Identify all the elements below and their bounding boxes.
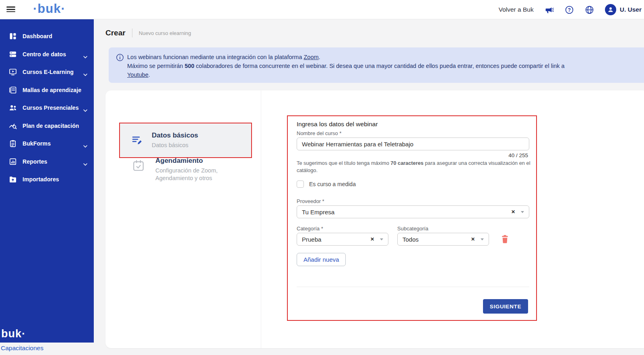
- chevron-down-icon: [83, 142, 87, 150]
- sidebar-item-centro-de-datos[interactable]: Centro de datos: [0, 45, 94, 64]
- bar-chart-icon: [9, 158, 17, 166]
- sidebar-item-cursos-elearning[interactable]: Cursos E-Learning: [0, 63, 94, 81]
- form-divider: [297, 287, 529, 287]
- main-card: Datos básicos Datos básicos Agendamiento…: [105, 90, 644, 348]
- sidebar-item-cursos-presenciales[interactable]: Cursos Presenciales: [0, 99, 94, 117]
- capacitaciones-link[interactable]: Capacitaciones: [1, 345, 43, 352]
- sidebar-item-label: Plan de capacitación: [23, 123, 79, 129]
- help-icon[interactable]: ?: [565, 5, 574, 14]
- custom-course-row: Es curso a medida: [297, 181, 356, 188]
- next-button[interactable]: SIGUIENTE: [483, 299, 528, 314]
- banner-line2: Máximo se permitirán: [127, 63, 185, 69]
- chevron-down-icon: [83, 160, 87, 168]
- trash-icon[interactable]: [500, 234, 510, 246]
- topbar-actions: Volver a Buk ? U. User: [499, 0, 642, 19]
- form-title: Ingresa los datos del webinar: [297, 121, 378, 128]
- sidebar-item-bukforms[interactable]: BukForms: [0, 135, 94, 153]
- banner-text: Los webinars funcionan mediante una inte…: [127, 53, 634, 78]
- avatar[interactable]: [605, 4, 616, 15]
- banner-line1: Los webinars funcionan mediante una inte…: [127, 54, 304, 60]
- chevron-down-icon: [83, 53, 87, 60]
- helper-text: Te sugerimos que el título tenga máximo …: [297, 160, 532, 174]
- es-curso-a-medida-checkbox[interactable]: [297, 181, 304, 188]
- sidebar-item-label: Dashboard: [23, 33, 52, 39]
- globe-icon[interactable]: [585, 5, 594, 14]
- step-title: Datos básicos: [152, 131, 198, 140]
- sidebar-item-importadores[interactable]: Importadores: [0, 170, 94, 189]
- step-title: Agendamiento: [155, 157, 240, 165]
- category-label: Categoría *: [297, 226, 323, 232]
- dashboard-icon: [9, 32, 17, 40]
- breadcrumb-divider: [132, 29, 132, 37]
- megaphone-icon[interactable]: [545, 5, 554, 14]
- sidebar-item-label: Cursos Presenciales: [23, 105, 79, 111]
- learning-path-book-icon: [9, 86, 17, 94]
- course-name-label: Nombre del curso *: [297, 130, 341, 136]
- breadcrumb: Crear Nuevo curso elearning: [105, 29, 191, 37]
- clear-x-icon[interactable]: ✕: [471, 236, 475, 242]
- webinar-form: Ingresa los datos del webinar Nombre del…: [287, 115, 537, 321]
- step-datos-basicos[interactable]: Datos básicos Datos básicos: [119, 123, 252, 158]
- data-center-icon: [9, 50, 17, 58]
- breadcrumb-subtitle: Nuevo curso elearning: [139, 30, 191, 36]
- calendar-check-icon: [132, 159, 145, 182]
- step-agendamiento[interactable]: Agendamiento Configuración de Zoom, Agen…: [130, 157, 251, 182]
- clipboard-icon: [9, 140, 17, 148]
- provider-select[interactable]: Tu Empresa ✕: [297, 205, 529, 218]
- buk-logo: ·buk·: [33, 2, 66, 16]
- clear-x-icon[interactable]: ✕: [511, 209, 515, 215]
- subcategory-select[interactable]: Todos ✕: [397, 233, 489, 246]
- sidebar-item-dashboard[interactable]: Dashboard: [0, 27, 94, 45]
- provider-label: Proveedor *: [297, 198, 324, 204]
- sidebar-item-label: Centro de datos: [23, 51, 66, 57]
- topbar: ·buk· Volver a Buk ? U. User: [0, 0, 644, 19]
- step-subtitle: Configuración de Zoom, Agendamiento y ot…: [155, 167, 240, 182]
- sidebar-item-label: Mallas de aprendizaje: [23, 87, 81, 93]
- sidebar-item-label: Cursos E-Learning: [23, 69, 74, 75]
- people-icon: [9, 104, 17, 112]
- checkbox-label: Es curso a medida: [309, 181, 356, 187]
- chevron-down-icon: [83, 71, 87, 78]
- volver-a-buk-link[interactable]: Volver a Buk: [499, 6, 534, 13]
- info-banner: Los webinars funcionan mediante una inte…: [109, 47, 644, 83]
- step-subtitle: Datos básicos: [152, 142, 198, 149]
- add-new-button[interactable]: Añadir nueva: [297, 253, 346, 266]
- card-divider: [261, 90, 261, 348]
- elearning-monitor-icon: [9, 68, 17, 76]
- char-counter: 40 / 255: [508, 152, 528, 158]
- sidebar-item-label: BukForms: [23, 140, 51, 147]
- chevron-down-icon: [83, 107, 87, 114]
- category-select[interactable]: Prueba ✕: [297, 233, 388, 246]
- sidebar-item-reportes[interactable]: Reportes: [0, 153, 94, 171]
- subcategory-label: Subcategoría: [397, 226, 428, 232]
- sidebar-item-label: Importadores: [23, 176, 59, 183]
- edit-lines-pencil-icon: [131, 133, 143, 147]
- sidebar-item-label: Reportes: [23, 158, 47, 165]
- svg-text:?: ?: [568, 7, 571, 12]
- menu-icon[interactable]: [6, 5, 15, 14]
- page: ·buk· Volver a Buk ? U. User Dashboard: [0, 0, 644, 355]
- course-name-input[interactable]: [297, 137, 529, 150]
- sidebar-item-mallas-de-aprendizaje[interactable]: Mallas de aprendizaje: [0, 81, 94, 99]
- caret-down-icon: [481, 238, 484, 240]
- page-title: Crear: [105, 29, 126, 37]
- info-icon: [116, 53, 124, 78]
- sidebar-item-plan-de-capacitacion[interactable]: Plan de capacitación: [0, 117, 94, 135]
- sidebar: Dashboard Centro de datos Cursos E-Learn…: [0, 19, 94, 343]
- folder-upload-icon: [9, 175, 17, 183]
- zoom-link[interactable]: Zoom: [304, 54, 319, 60]
- caret-down-icon: [380, 238, 383, 240]
- caret-down-icon: [521, 211, 524, 213]
- chart-magnifier-icon: [9, 122, 17, 130]
- buk-footer-logo: ·buk·: [0, 328, 26, 340]
- user-name[interactable]: U. User: [620, 6, 642, 13]
- youtube-link[interactable]: Youtube: [127, 72, 149, 78]
- clear-x-icon[interactable]: ✕: [370, 236, 374, 242]
